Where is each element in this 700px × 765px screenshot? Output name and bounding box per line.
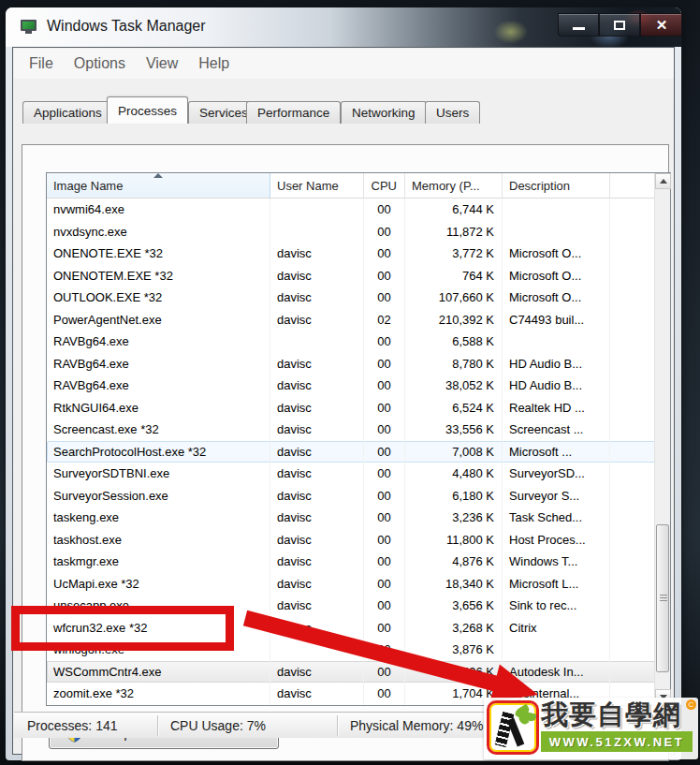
cell-user: davisc [270,595,364,617]
cell-cpu: 00 [364,419,405,441]
cell-memory: 107,660 K [405,287,503,309]
cell-filler [610,221,655,243]
cell-user: davisc [270,617,364,640]
process-row[interactable]: taskhost.exedavisc0011,800 KHost Proces.… [47,529,655,552]
cell-filler [610,353,655,375]
process-row[interactable]: ONENOTE.EXE *32davisc003,772 KMicrosoft … [47,243,655,265]
cell-cpu: 00 [364,353,405,375]
cell-filler [610,661,655,684]
process-row[interactable]: ONENOTEM.EXE *32davisc00764 KMicrosoft O… [47,265,655,287]
cell-description: Microsoft ... [503,441,610,463]
cell-description: Microsoft O... [503,243,610,265]
cell-user [270,199,364,221]
menu-item-options[interactable]: Options [74,55,125,72]
cell-cpu: 00 [364,639,405,661]
minimize-button[interactable] [558,13,599,37]
process-row[interactable]: UcMapi.exe *32davisc0018,340 KMicrosoft … [47,573,655,596]
process-row[interactable]: taskeng.exedavisc003,236 KTask Sched... [47,507,655,529]
cell-filler [610,309,655,331]
tab-networking[interactable]: Networking [341,101,427,124]
process-row[interactable]: taskmgr.exedavisc004,876 KWindows T... [47,551,655,573]
cell-image: RtkNGUI64.exe [47,397,270,419]
cell-description: HD Audio B... [503,353,610,375]
cell-filler [610,199,655,221]
cell-image: nvwmi64.exe [47,199,270,221]
cell-memory: 4,876 K [405,551,503,573]
cell-memory: 210,392 K [405,309,503,331]
cell-cpu: 02 [364,309,405,331]
cell-memory: 8,780 K [405,353,503,375]
cell-image: taskmgr.exe [47,551,270,573]
menu-item-file[interactable]: File [29,55,53,72]
process-row[interactable]: nvwmi64.exe006,744 K [47,199,655,221]
column-header-cpu[interactable]: CPU [364,173,405,199]
cell-image: zoomit.exe *32 [47,683,270,705]
watermark-v-icon [487,700,539,755]
cell-cpu: 00 [364,243,405,265]
process-row[interactable]: RtkNGUI64.exedavisc006,524 KRealtek HD .… [47,397,655,419]
process-row[interactable]: OUTLOOK.EXE *32davisc00107,660 KMicrosof… [47,287,655,309]
column-header-image-name[interactable]: Image Name [47,173,270,199]
cell-filler [610,243,655,265]
cell-memory: 6,744 K [405,199,503,221]
cell-description: Task Sched... [503,507,610,529]
cell-cpu: 00 [364,265,405,287]
cell-cpu: 00 [364,397,405,419]
scroll-up-button[interactable] [655,173,671,189]
cell-image: RAVBg64.exe [47,375,270,397]
chevron-up-icon [660,179,667,184]
cell-image: OUTLOOK.EXE *32 [47,287,270,309]
cell-cpu: 00 [364,375,405,397]
title-bar[interactable]: Windows Task Manager ✕ [6,7,681,47]
minimize-icon [573,27,585,30]
cell-description [503,199,610,221]
cell-cpu: 00 [364,507,405,529]
cell-description: Realtek HD ... [503,397,610,419]
cell-user: davisc [270,397,364,419]
process-row[interactable]: RAVBg64.exe006,588 K [47,331,655,353]
tab-users[interactable]: Users [425,101,480,124]
cell-user: davisc [270,265,364,287]
process-row[interactable]: Screencast.exe *32davisc0033,556 KScreen… [47,419,655,441]
tab-performance[interactable]: Performance [246,101,341,124]
process-row[interactable]: RAVBg64.exedavisc0038,052 KHD Audio B... [47,375,655,397]
process-row[interactable]: SearchProtocolHost.exe *32davisc007,008 … [47,441,655,463]
process-row[interactable]: nvxdsync.exe0011,872 K [47,221,655,243]
column-header-description[interactable]: Description [503,173,610,199]
column-header-filler[interactable] [610,173,655,199]
process-row[interactable]: SurveyorSession.exedavisc006,180 KSurvey… [47,485,655,508]
list-header: Image NameUser NameCPUMemory (P...Descri… [47,173,655,199]
process-row[interactable]: PowerAgentNet.exedavisc02210,392 KC74493… [47,309,655,331]
cell-cpu: 00 [364,683,405,705]
cell-memory: 3,876 K [405,639,503,661]
column-header-memory-p[interactable]: Memory (P... [405,173,503,199]
menu-item-view[interactable]: View [146,55,178,72]
tab-applications[interactable]: Applications [22,101,113,124]
cell-filler [610,639,655,661]
cell-user: davisc [270,287,364,309]
cell-user: davisc [270,485,364,508]
process-row[interactable]: SurveyorSDTBNI.exedavisc004,480 KSurveyo… [47,463,655,485]
menu-item-help[interactable]: Help [198,55,229,72]
cell-cpu: 00 [364,595,405,617]
process-row[interactable]: RAVBg64.exedavisc008,780 KHD Audio B... [47,353,655,375]
cell-user: davisc [270,463,364,485]
annotation-highlight-box [11,606,234,651]
scrollbar-thumb[interactable] [656,524,669,672]
watermark-site-url: www.51zxw.net [541,731,693,752]
cell-user [270,639,364,661]
sort-ascending-icon [153,173,163,178]
process-row[interactable]: WSCommCntr4.exedavisc0010,496 KAutodesk … [47,661,655,684]
maximize-button[interactable] [599,13,640,37]
cell-memory: 3,656 K [405,595,503,617]
close-button[interactable]: ✕ [640,13,681,37]
tab-processes[interactable]: Processes [107,96,188,124]
cell-memory: 33,556 K [405,419,503,441]
vertical-scrollbar[interactable] [654,173,670,705]
cell-description: Microsoft O... [503,287,610,309]
cell-user: davisc [270,419,364,441]
cell-user: davisc [270,243,364,265]
cell-description: Microsoft L... [503,573,610,596]
cell-description: Windows T... [503,551,610,573]
column-header-user-name[interactable]: User Name [270,173,364,199]
